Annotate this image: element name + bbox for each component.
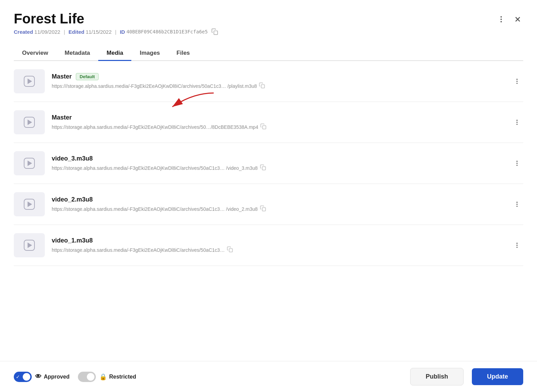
media-name: Master [52, 73, 72, 80]
play-triangle [28, 202, 32, 207]
media-name-row: video_1.m3u8 [52, 237, 504, 244]
svg-point-20 [516, 204, 517, 205]
edited-label: Edited [69, 29, 84, 35]
media-thumbnail [14, 233, 45, 257]
media-name: video_1.m3u8 [52, 237, 93, 244]
media-item: video_3.m3u8 https://storage.alpha.sardi… [14, 143, 523, 184]
play-icon [24, 199, 35, 210]
created-label: Created [14, 29, 33, 35]
play-triangle [28, 79, 32, 84]
media-name-row: Master Default [52, 73, 504, 80]
url-text: https://storage.alpha.sardius.media/-F3g… [52, 247, 225, 253]
play-triangle [28, 161, 32, 166]
close-button[interactable] [512, 14, 523, 25]
svg-point-17 [516, 165, 517, 166]
restricted-toggle[interactable]: ✕ [78, 372, 96, 382]
restricted-toggle-group: ✕ 🔒 Restricted [78, 372, 136, 382]
media-thumbnail [14, 110, 45, 134]
tabs: Overview Metadata Media Images Files [14, 46, 523, 61]
media-info: video_1.m3u8 https://storage.alpha.sardi… [52, 237, 504, 254]
toggle-knob-off [87, 373, 94, 381]
approved-toggle-group: ✓ 👁 Approved [14, 372, 70, 382]
restricted-label-group: 🔒 Restricted [99, 373, 136, 381]
media-more-button[interactable] [511, 198, 523, 210]
media-thumbnail [14, 151, 45, 175]
sep2: | [115, 29, 116, 35]
media-list: Master Default https:///storage.alpha.sa… [14, 61, 523, 266]
url-text: https:///storage.alpha.sardius.media/-F3… [52, 83, 257, 89]
media-more-button[interactable] [511, 116, 523, 128]
copy-id-icon[interactable] [211, 28, 218, 35]
restricted-label: Restricted [109, 374, 136, 380]
media-more-button[interactable] [511, 239, 523, 251]
bottom-bar: ✓ 👁 Approved ✕ 🔒 Restricted Publish Upda… [0, 361, 537, 392]
media-url: https://storage.alpha.sardius.media/-F3g… [52, 246, 504, 254]
url-text: https://storage.alpha.sardius.media/-F3g… [52, 124, 258, 130]
svg-point-7 [516, 79, 517, 80]
play-icon [24, 158, 35, 169]
svg-point-1 [500, 16, 502, 18]
media-item: Master Default https:///storage.alpha.sa… [14, 61, 523, 102]
svg-rect-14 [262, 166, 265, 170]
svg-point-2 [500, 19, 502, 20]
tab-media[interactable]: Media [98, 46, 131, 61]
header-icons [496, 14, 523, 25]
tab-overview[interactable]: Overview [14, 46, 57, 61]
check-icon: ✓ [16, 374, 20, 380]
copy-url-icon[interactable] [227, 246, 233, 254]
play-icon [24, 240, 35, 251]
play-icon [24, 76, 35, 87]
svg-point-25 [516, 247, 517, 248]
approved-label-group: 👁 Approved [35, 373, 70, 380]
svg-point-3 [500, 21, 502, 22]
media-info: Master Default https:///storage.alpha.sa… [52, 73, 504, 90]
tab-files[interactable]: Files [168, 46, 198, 61]
edited-date: 11/15/2022 [86, 29, 112, 35]
media-more-button[interactable] [511, 157, 523, 169]
svg-point-8 [516, 81, 517, 82]
copy-url-icon[interactable] [260, 164, 266, 172]
svg-point-19 [516, 202, 517, 203]
header: Forest Life Created 11/09/2022 | Edited … [14, 11, 523, 35]
tab-images[interactable]: Images [131, 46, 168, 61]
page-title: Forest Life [14, 11, 218, 26]
media-content: Master Default https:///storage.alpha.sa… [14, 61, 523, 392]
tab-metadata[interactable]: Metadata [57, 46, 99, 61]
play-icon [24, 117, 35, 128]
svg-rect-6 [261, 84, 265, 88]
id-value: 40BEBF09C486b2CB1D1E3Fcfa6e5 [126, 29, 208, 34]
media-url: https://storage.alpha.sardius.media/-F3g… [52, 123, 504, 131]
media-name: video_2.m3u8 [52, 196, 93, 203]
media-info: video_3.m3u8 https://storage.alpha.sardi… [52, 155, 504, 172]
page-container: Forest Life Created 11/09/2022 | Edited … [0, 0, 537, 392]
copy-url-icon[interactable] [260, 123, 266, 131]
approved-toggle[interactable]: ✓ [14, 372, 32, 382]
toggle-knob [23, 373, 30, 381]
media-info: Master https://storage.alpha.sardius.med… [52, 114, 504, 131]
svg-point-9 [516, 83, 517, 84]
update-button[interactable]: Update [472, 368, 523, 385]
media-thumbnail [14, 69, 45, 93]
media-name-row: video_3.m3u8 [52, 155, 504, 162]
play-triangle [28, 243, 32, 248]
svg-rect-18 [262, 207, 265, 211]
svg-point-16 [516, 163, 517, 164]
media-info: video_2.m3u8 https://storage.alpha.sardi… [52, 196, 504, 213]
svg-point-12 [516, 122, 517, 123]
media-name-row: video_2.m3u8 [52, 196, 504, 203]
meta-row: Created 11/09/2022 | Edited 11/15/2022 |… [14, 28, 218, 35]
copy-url-icon[interactable] [259, 82, 265, 90]
publish-button[interactable]: Publish [410, 368, 464, 385]
eye-icon: 👁 [35, 373, 41, 380]
svg-point-21 [516, 206, 517, 207]
media-item: video_1.m3u8 https://storage.alpha.sardi… [14, 225, 523, 266]
media-more-button[interactable] [511, 75, 523, 87]
svg-point-23 [516, 243, 517, 244]
copy-url-icon[interactable] [260, 205, 266, 213]
svg-rect-22 [229, 248, 233, 252]
media-name-row: Master [52, 114, 504, 121]
more-options-button[interactable] [496, 14, 507, 25]
created-date: 11/09/2022 [34, 29, 60, 35]
svg-rect-10 [263, 125, 266, 129]
header-left: Forest Life Created 11/09/2022 | Edited … [14, 11, 218, 35]
